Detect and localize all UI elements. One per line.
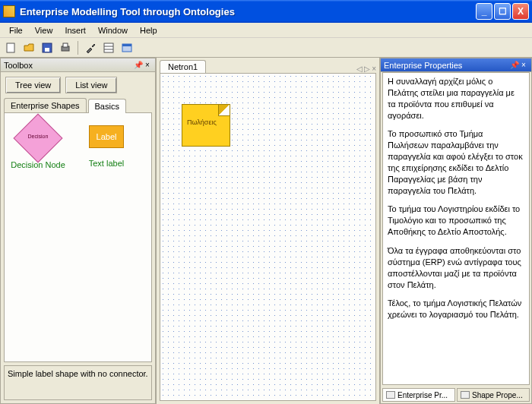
app-icon: [3, 5, 15, 17]
prev-doc-icon[interactable]: ◁: [356, 65, 363, 73]
svg-rect-0: [7, 43, 14, 52]
toolbox-description: Simple label shape with no connector.: [4, 365, 152, 400]
tab-icon: [386, 391, 395, 399]
close-panel-icon[interactable]: ×: [143, 61, 152, 69]
window-icon[interactable]: [119, 40, 135, 55]
menu-file[interactable]: File: [3, 24, 29, 36]
toolbar: [0, 38, 532, 58]
properties-icon[interactable]: [101, 40, 116, 55]
separator: [78, 41, 78, 55]
shape-textlabel-label: Text label: [76, 159, 137, 168]
canvas[interactable]: Πωλήσεις: [160, 73, 376, 401]
menu-help[interactable]: Help: [134, 24, 163, 36]
save-icon[interactable]: [40, 40, 55, 55]
maximize-button[interactable]: ☐: [494, 3, 511, 20]
toolbox-content: Decision Decision Node Label Text label: [4, 112, 152, 362]
close-button[interactable]: X: [512, 3, 529, 20]
svg-rect-5: [104, 43, 113, 52]
toolbox-header: Toolbox 📌 ×: [1, 58, 155, 72]
window-title: Enterprise Modelling Tool through Ontolo…: [20, 6, 474, 17]
menu-insert[interactable]: Insert: [59, 24, 92, 36]
properties-text[interactable]: Η συναλλαγή αρχίζει μόλις ο Πελάτης στεί…: [382, 72, 530, 385]
tab-icon: [461, 391, 470, 399]
properties-p2: Το προσωπικό στο Τμήμα Πωλήσεων παραλαμβ…: [388, 128, 524, 196]
svg-rect-2: [45, 48, 49, 52]
close-doc-icon[interactable]: ×: [372, 65, 376, 73]
properties-p5: Τέλος, το τμήμα Λογιστικής Πελατών χρεών…: [388, 298, 524, 320]
new-icon[interactable]: [3, 40, 18, 55]
shape-text-label[interactable]: Label Text label: [76, 121, 137, 168]
canvas-node-sales[interactable]: Πωλήσεις: [182, 104, 230, 147]
minimize-button[interactable]: _: [476, 3, 492, 20]
properties-header: Enterprise Properties 📌 ×: [381, 58, 531, 72]
title-bar: Enterprise Modelling Tool through Ontolo…: [0, 0, 532, 23]
properties-panel: Enterprise Properties 📌 × Η συναλλαγή αρ…: [380, 58, 532, 404]
print-icon[interactable]: [58, 40, 73, 55]
tools-icon[interactable]: [83, 40, 98, 55]
menu-window[interactable]: Window: [92, 24, 134, 36]
next-doc-icon[interactable]: ▷: [364, 65, 370, 73]
pin-icon[interactable]: 📌: [510, 61, 519, 69]
tab-enterprise-shapes[interactable]: Enterprise Shapes: [4, 98, 87, 112]
document-tab-netron1[interactable]: Netron1: [160, 60, 206, 73]
properties-p1: Η συναλλαγή αρχίζει μόλις ο Πελάτης στεί…: [388, 76, 524, 121]
close-panel-icon[interactable]: ×: [519, 61, 528, 69]
tree-view-button[interactable]: Tree view: [5, 77, 61, 93]
decision-icon: Decision: [21, 121, 55, 156]
pin-icon[interactable]: 📌: [134, 61, 143, 69]
open-icon[interactable]: [21, 40, 36, 55]
tab-basics[interactable]: Basics: [88, 99, 126, 113]
toolbox-title: Toolbox: [4, 61, 33, 70]
label-icon: Label: [89, 125, 124, 148]
canvas-node-label: Πωλήσεις: [187, 118, 217, 126]
properties-p3: Το τμήμα του Λογιστηρίου εκδίδει το Τιμο…: [388, 204, 524, 238]
list-view-button[interactable]: List view: [65, 77, 117, 93]
tab-enterprise-properties[interactable]: Enterprise Pr...: [382, 388, 455, 402]
properties-p4: Όλα τα έγγραφα αποθηκεύονται στο σύστημα…: [388, 245, 524, 290]
canvas-area: Netron1 ◁ ▷ × Πωλήσεις: [156, 58, 380, 404]
menu-view[interactable]: View: [29, 24, 59, 36]
properties-title: Enterprise Properties: [384, 61, 462, 70]
toolbox-panel: Toolbox 📌 × Tree view List view Enterpri…: [0, 58, 156, 404]
menu-bar: File View Insert Window Help: [0, 23, 532, 38]
svg-rect-4: [63, 43, 68, 47]
svg-rect-9: [122, 44, 131, 46]
shape-decision-node[interactable]: Decision Decision Node: [8, 121, 68, 169]
tab-shape-properties[interactable]: Shape Prope...: [457, 388, 530, 402]
